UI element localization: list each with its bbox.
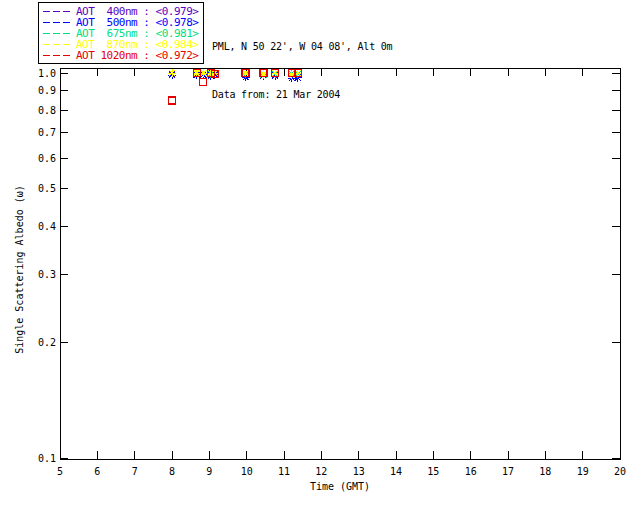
site-info: PML, N 50 22', W 04 08', Alt 0m <box>212 39 392 55</box>
legend-entry: AOT 1020nm : <0.972> <box>42 50 201 61</box>
y-tick-label: 0.6 <box>38 153 56 164</box>
plot-header: PML, N 50 22', W 04 08', Alt 0m Data fro… <box>212 7 392 135</box>
x-tick-label: 13 <box>353 466 365 477</box>
data-marker-asterisk <box>168 69 176 77</box>
x-tick-label: 8 <box>169 466 175 477</box>
y-tick-label: 0.3 <box>38 269 56 280</box>
x-tick-label: 18 <box>539 466 551 477</box>
legend-dash-line <box>43 11 72 12</box>
y-axis-label: Single Scattering Albedo (ω) <box>14 120 25 420</box>
y-tick-label: 0.9 <box>38 85 56 96</box>
x-tick-label: 17 <box>502 466 514 477</box>
x-tick-label: 5 <box>57 466 63 477</box>
x-tick-label: 12 <box>315 466 327 477</box>
y-tick-label: 0.2 <box>38 337 56 348</box>
y-tick-label: 0.5 <box>38 183 56 194</box>
legend-dash-line <box>43 33 72 34</box>
legend-box: AOT 400nm : <0.979>AOT 500nm : <0.978>AO… <box>38 2 204 64</box>
y-tick-label: 0.1 <box>38 453 56 464</box>
y-tick-label: 0.4 <box>38 221 56 232</box>
legend-dash-line <box>43 55 72 56</box>
data-marker-square <box>169 97 176 104</box>
x-tick-label: 20 <box>614 466 626 477</box>
y-tick-label: 0.8 <box>38 105 56 116</box>
x-tick-label: 16 <box>465 466 477 477</box>
legend-entry-label: AOT 1020nm : <0.972> <box>76 50 198 61</box>
data-marker-square <box>200 78 207 85</box>
x-tick-label: 10 <box>241 466 253 477</box>
x-tick-label: 11 <box>278 466 290 477</box>
legend-dash-line <box>43 44 72 45</box>
x-tick-label: 9 <box>206 466 212 477</box>
y-tick-label: 0.7 <box>38 127 56 138</box>
y-tick-label: 1.0 <box>38 68 56 79</box>
x-tick-label: 19 <box>577 466 589 477</box>
ssa-plot-page: 5678910111213141516171819201.00.90.80.70… <box>0 0 640 512</box>
x-tick-label: 7 <box>132 466 138 477</box>
x-tick-label: 14 <box>390 466 402 477</box>
x-tick-label: 6 <box>94 466 100 477</box>
x-axis-label: Time (GMT) <box>40 481 640 492</box>
x-tick-label: 15 <box>427 466 439 477</box>
legend-dash-line <box>43 22 72 23</box>
data-date: Data from: 21 Mar 2004 <box>212 87 392 103</box>
